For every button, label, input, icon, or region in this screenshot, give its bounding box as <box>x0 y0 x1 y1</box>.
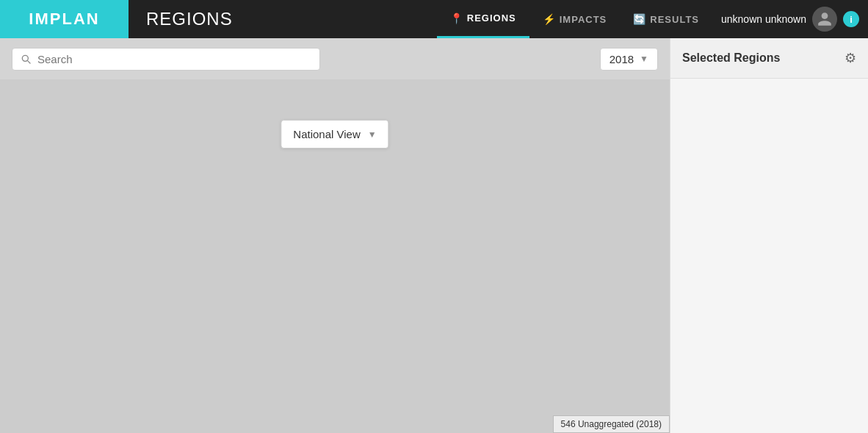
avatar-icon <box>817 11 833 27</box>
right-sidebar: Selected Regions ⚙ <box>670 38 868 433</box>
map-canvas[interactable]: National View ▼ 546 Unaggregated (2018) <box>0 79 670 433</box>
nav-link-regions[interactable]: 📍 REGIONS <box>437 0 529 38</box>
username: unknown unknown <box>721 13 806 25</box>
main-area: 2018 ▼ National View ▼ 546 Unaggregated … <box>0 38 868 433</box>
national-view-caret: ▼ <box>368 129 377 140</box>
nav-link-results[interactable]: 🔄 RESULTS <box>620 0 712 38</box>
top-navigation: IMPLAN REGIONS 📍 REGIONS ⚡ IMPACTS 🔄 RES… <box>0 0 868 38</box>
status-bar: 546 Unaggregated (2018) <box>553 415 670 433</box>
avatar[interactable] <box>812 7 837 32</box>
pin-icon: 📍 <box>450 12 463 24</box>
sidebar-content <box>670 79 868 433</box>
logo-block[interactable]: IMPLAN <box>0 0 129 38</box>
user-section: unknown unknown i <box>712 7 868 32</box>
search-icon <box>20 53 32 65</box>
map-area: 2018 ▼ National View ▼ 546 Unaggregated … <box>0 38 670 433</box>
year-value: 2018 <box>610 53 634 65</box>
national-view-label: National View <box>293 128 360 140</box>
nav-link-impacts[interactable]: ⚡ IMPACTS <box>529 0 621 38</box>
sidebar-title: Selected Regions <box>682 51 780 65</box>
year-dropdown-caret: ▼ <box>640 54 648 64</box>
sidebar-header: Selected Regions ⚙ <box>670 38 868 79</box>
lightning-icon: ⚡ <box>543 13 556 25</box>
page-title: REGIONS <box>129 9 250 29</box>
search-input[interactable] <box>37 53 312 65</box>
logo-text: IMPLAN <box>29 10 99 29</box>
info-button[interactable]: i <box>843 11 859 27</box>
search-wrapper[interactable] <box>12 48 320 71</box>
year-dropdown[interactable]: 2018 ▼ <box>600 48 658 71</box>
toolbar: 2018 ▼ <box>0 38 670 79</box>
filter-icon[interactable]: ⚙ <box>845 50 856 66</box>
results-icon: 🔄 <box>633 13 646 25</box>
nav-links: 📍 REGIONS ⚡ IMPACTS 🔄 RESULTS unknown un… <box>437 0 868 38</box>
national-view-dropdown[interactable]: National View ▼ <box>281 120 388 148</box>
